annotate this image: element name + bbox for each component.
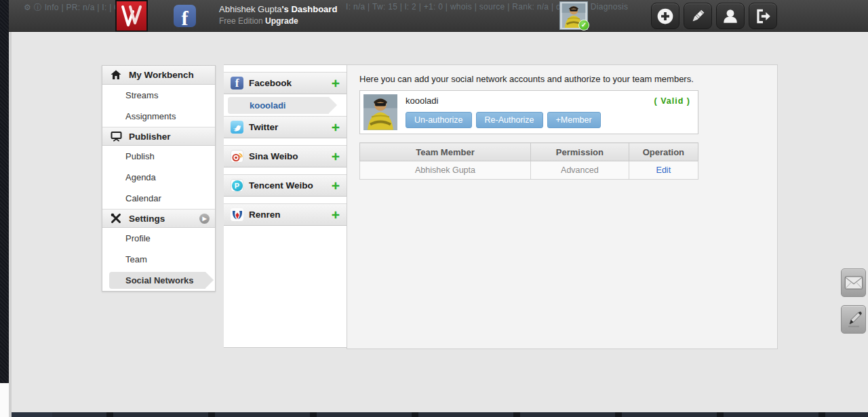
left-dark-strip [0, 0, 9, 383]
upgrade-link[interactable]: Upgrade [265, 16, 298, 26]
left-strip-bottom [0, 383, 9, 417]
network-group-body [224, 138, 347, 145]
quick-compose-button[interactable] [841, 305, 866, 334]
sidebar-item-agenda[interactable]: Agenda [102, 167, 215, 188]
sidebar: My Workbench Streams Assignments Publish… [102, 65, 216, 292]
logout-button[interactable] [749, 3, 777, 29]
add-renren-account-button[interactable]: + [332, 209, 340, 221]
column-header-operation: Operation [629, 143, 698, 161]
twitter-icon [231, 121, 243, 134]
sidebar-item-team[interactable]: Team [102, 249, 215, 270]
logout-icon [754, 7, 772, 25]
add-tencent-weibo-account-button[interactable]: + [332, 180, 340, 192]
topbar: ⚙ ⓘ Info | PR: n/a | I: | 0 | I: n/a | T… [9, 0, 868, 32]
taskbar[interactable] [12, 412, 868, 417]
tencent-weibo-icon: P [231, 179, 243, 192]
network-group-body [224, 197, 347, 203]
user-avatar[interactable]: ✓ [560, 2, 587, 29]
chevron-right-icon[interactable]: ▶ [199, 214, 210, 224]
app-logo[interactable] [115, 0, 148, 32]
dashboard-title-block: Abhishek Gupta's Dashboard Free Edition … [219, 4, 337, 26]
add-sina-weibo-account-button[interactable]: + [332, 151, 340, 163]
app-window: ⚙ ⓘ Info | PR: n/a | I: | 0 | I: n/a | T… [0, 0, 868, 417]
selected-account-highlight: koooladi [228, 97, 329, 114]
sidebar-item-calendar[interactable]: Calendar [102, 188, 215, 209]
account-status-badge: ( Valid ) [654, 96, 690, 106]
account-name: koooladi [406, 96, 654, 106]
sidebar-item-assignments[interactable]: Assignments [102, 106, 215, 127]
network-group-twitter[interactable]: Twitter + [224, 116, 347, 138]
cell-operation: Edit [629, 161, 698, 180]
feedback-mail-button[interactable] [841, 269, 866, 297]
edition-line: Free Edition Upgrade [219, 16, 337, 26]
facebook-service-icon[interactable]: f [174, 5, 196, 27]
team-table: Team Member Permission Operation Abhishe… [359, 142, 698, 180]
pencil-icon [690, 7, 707, 24]
sidebar-section-label: Settings [129, 214, 165, 224]
logo-w-icon [119, 5, 144, 28]
edit-link[interactable]: Edit [656, 165, 671, 175]
facebook-account-koooladi[interactable]: koooladi [224, 94, 347, 116]
table-row: Abhishek Gupta Advanced Edit [360, 161, 698, 180]
cell-team-member: Abhishek Gupta [360, 161, 531, 180]
topbar-actions [651, 3, 777, 29]
network-group-renren[interactable]: Renren + [224, 203, 347, 226]
network-group-tencent-weibo[interactable]: P Tencent Weibo + [224, 174, 347, 197]
network-group-body [224, 167, 347, 174]
sidebar-item-publish[interactable]: Publish [102, 146, 215, 167]
add-member-button[interactable]: +Member [547, 112, 601, 128]
sidebar-section-settings[interactable]: Settings ▶ [102, 209, 215, 228]
page-title: Abhishek Gupta's Dashboard [219, 4, 337, 14]
sidebar-item-streams[interactable]: Streams [102, 85, 215, 106]
column-header-team-member: Team Member [360, 143, 531, 161]
sidebar-item-social-networks[interactable]: Social Networks [102, 270, 215, 291]
reauthorize-button[interactable]: Re-Authorize [476, 112, 543, 128]
network-group-sina-weibo[interactable]: Sina Weibo + [224, 145, 347, 167]
verified-check-icon: ✓ [578, 20, 589, 31]
plus-circle-icon [656, 7, 674, 25]
presentation-icon [111, 131, 123, 142]
envelope-icon [844, 275, 863, 290]
intro-text: Here you can add your social network acc… [347, 65, 777, 84]
network-group-facebook[interactable]: f Facebook + [224, 72, 347, 94]
selected-item-highlight: Social Networks [109, 272, 205, 289]
cell-permission: Advanced [531, 161, 629, 180]
table-header-row: Team Member Permission Operation [360, 143, 698, 161]
person-icon [722, 7, 739, 25]
network-column: f Facebook + koooladi Twitter + [224, 64, 347, 348]
home-icon [111, 70, 123, 81]
account-avatar [363, 94, 397, 130]
add-facebook-account-button[interactable]: + [332, 77, 340, 90]
add-button[interactable] [651, 3, 679, 29]
renren-icon [231, 208, 243, 221]
left-divider [9, 32, 12, 417]
facebook-icon: f [231, 77, 243, 90]
compose-button[interactable] [684, 3, 712, 29]
sina-weibo-icon [231, 150, 243, 163]
sidebar-section-label: My Workbench [129, 70, 194, 80]
add-twitter-account-button[interactable]: + [332, 121, 340, 134]
taskbar-segment [12, 412, 52, 417]
account-card: koooladi ( Valid ) Un-authorize Re-Autho… [359, 90, 698, 134]
sidebar-item-profile[interactable]: Profile [102, 228, 215, 249]
tools-icon [111, 213, 123, 224]
background-toolbar-text-left: ⚙ ⓘ Info | PR: n/a | I: | 0 | [24, 2, 123, 14]
sidebar-section-my-workbench[interactable]: My Workbench [102, 66, 215, 85]
pencil-icon [845, 310, 863, 329]
main-panel: Here you can add your social network acc… [347, 64, 778, 349]
unauthorize-button[interactable]: Un-authorize [406, 112, 472, 128]
column-header-permission: Permission [531, 143, 629, 161]
profile-button[interactable] [716, 3, 745, 29]
sidebar-section-publisher[interactable]: Publisher [102, 127, 215, 146]
sidebar-section-label: Publisher [129, 132, 171, 142]
